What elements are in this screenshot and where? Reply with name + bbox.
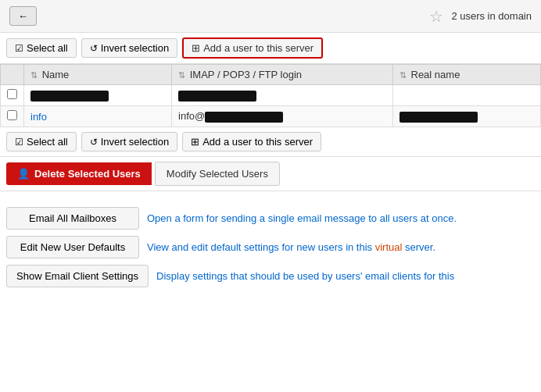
toolbar-top: ☑ Select all ↺ Invert selection ⊞ Add a …: [0, 33, 541, 64]
action-buttons-row: 👤 Delete Selected Users Modify Selected …: [0, 157, 541, 191]
row1-login-redacted: [178, 91, 256, 102]
invert-selection-bottom-button[interactable]: ↺ Invert selection: [81, 132, 177, 151]
col-realname-header: ⇅ Real name: [392, 65, 540, 85]
domain-count: 2 users in domain: [451, 10, 532, 22]
col-login-header: ⇅ IMAP / POP3 / FTP login: [172, 65, 393, 85]
add-icon-top: ⊞: [192, 42, 200, 54]
col-name-header: ⇅ Name: [24, 65, 172, 85]
add-icon-bottom: ⊞: [191, 136, 199, 148]
row2-realname-redacted: [399, 112, 478, 123]
row2-name-link[interactable]: info: [30, 111, 47, 123]
col-name-label: Name: [42, 69, 70, 80]
select-all-bottom-button[interactable]: ☑ Select all: [6, 132, 77, 151]
email-client-button[interactable]: Show Email Client Settings: [6, 265, 149, 287]
user-table: ⇅ Name ⇅ IMAP / POP3 / FTP login ⇅ Real …: [0, 64, 541, 127]
select-all-top-label: Select all: [27, 42, 68, 54]
toolbar-bottom: ☑ Select all ↺ Invert selection ⊞ Add a …: [0, 127, 541, 157]
delete-label: Delete Selected Users: [34, 168, 141, 180]
action-list: Email All Mailboxes Open a form for send…: [0, 199, 541, 301]
page-header: ← ☆ 2 users in domain: [0, 0, 541, 33]
invert-selection-top-label: Invert selection: [101, 42, 169, 54]
row2-name-cell: info: [24, 106, 172, 127]
table-row: info info@: [1, 106, 541, 127]
col-checkbox-header: [1, 65, 24, 85]
add-user-top-label: Add a user to this server: [203, 42, 313, 54]
spacer: [0, 191, 541, 199]
row1-name-cell: [24, 85, 172, 106]
email-all-label: Email All Mailboxes: [29, 212, 116, 224]
action-item-email-all: Email All Mailboxes Open a form for send…: [6, 207, 535, 230]
row2-checkbox-cell[interactable]: [1, 106, 24, 127]
back-button[interactable]: ←: [9, 6, 37, 26]
sort-realname-icon[interactable]: ⇅: [399, 70, 407, 80]
edit-defaults-desc: View and edit default settings for new u…: [147, 241, 535, 253]
invert-icon-top: ↺: [90, 43, 98, 54]
modify-selected-button[interactable]: Modify Selected Users: [155, 162, 280, 186]
modify-label: Modify Selected Users: [167, 168, 268, 180]
row2-login-redacted: [205, 112, 283, 123]
email-client-label: Show Email Client Settings: [16, 270, 138, 282]
row1-login-cell: [172, 85, 393, 106]
select-all-top-button[interactable]: ☑ Select all: [6, 38, 77, 58]
invert-selection-bottom-label: Invert selection: [101, 136, 169, 148]
edit-defaults-label: Edit New User Defaults: [20, 241, 125, 253]
email-all-desc: Open a form for sending a single email m…: [147, 212, 535, 224]
select-all-bottom-label: Select all: [27, 136, 68, 148]
email-client-desc: Display settings that should be used by …: [156, 270, 535, 282]
invert-selection-top-button[interactable]: ↺ Invert selection: [81, 38, 177, 58]
add-user-bottom-button[interactable]: ⊞ Add a user to this server: [182, 132, 321, 151]
add-user-top-button[interactable]: ⊞ Add a user to this server: [182, 37, 323, 59]
row2-login-cell: info@: [172, 106, 393, 127]
header-right: ☆ 2 users in domain: [429, 7, 532, 26]
row1-realname-cell: [392, 85, 540, 106]
invert-icon-bottom: ↺: [90, 137, 98, 148]
action-item-edit-defaults: Edit New User Defaults View and edit def…: [6, 236, 535, 258]
sort-name-icon[interactable]: ⇅: [30, 70, 38, 80]
checkbox-icon: ☑: [15, 43, 23, 54]
row1-checkbox-cell[interactable]: [1, 85, 24, 106]
row2-realname-cell: [392, 106, 540, 127]
sort-login-icon[interactable]: ⇅: [178, 70, 185, 80]
row1-checkbox[interactable]: [7, 89, 17, 99]
star-icon[interactable]: ☆: [429, 7, 443, 26]
delete-icon: 👤: [17, 168, 30, 180]
add-user-bottom-label: Add a user to this server: [202, 136, 313, 148]
col-login-label: IMAP / POP3 / FTP login: [190, 69, 302, 80]
action-item-email-client: Show Email Client Settings Display setti…: [6, 265, 535, 287]
row2-login-prefix: info@: [178, 110, 205, 122]
row2-checkbox[interactable]: [7, 110, 17, 120]
edit-defaults-button[interactable]: Edit New User Defaults: [6, 236, 139, 258]
checkbox-icon-bottom: ☑: [15, 137, 23, 148]
col-realname-label: Real name: [411, 69, 460, 80]
table-row: [1, 85, 541, 106]
row1-name-redacted: [30, 91, 109, 102]
email-all-button[interactable]: Email All Mailboxes: [6, 207, 139, 230]
delete-selected-button[interactable]: 👤 Delete Selected Users: [6, 162, 152, 185]
